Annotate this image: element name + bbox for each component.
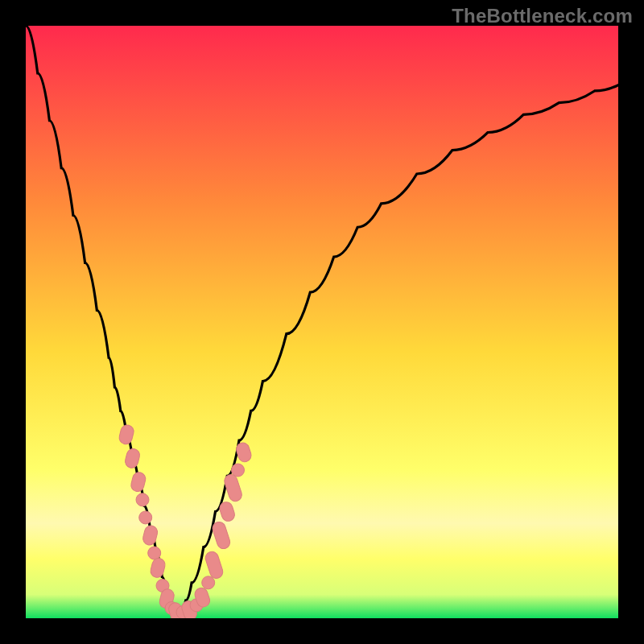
plot-area xyxy=(26,26,618,618)
data-marker xyxy=(139,511,152,524)
watermark-text: TheBottleneck.com xyxy=(452,5,633,27)
chart-frame: TheBottleneck.com xyxy=(0,0,644,644)
data-marker xyxy=(202,576,215,589)
data-marker xyxy=(136,493,149,506)
data-marker xyxy=(148,547,161,559)
chart-svg xyxy=(26,26,618,618)
data-marker xyxy=(232,464,245,477)
